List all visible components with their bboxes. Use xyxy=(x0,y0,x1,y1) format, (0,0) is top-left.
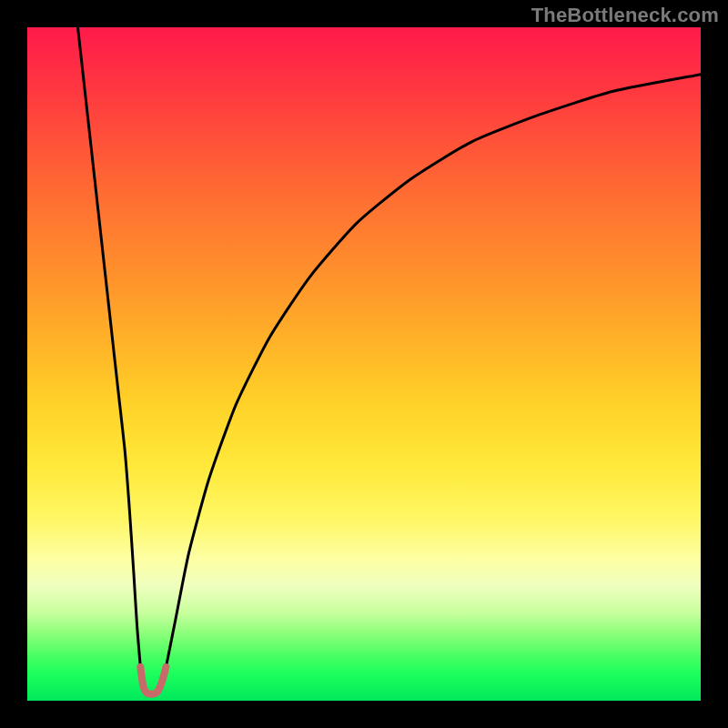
watermark-label: TheBottleneck.com xyxy=(531,4,719,27)
valley-marker xyxy=(140,667,166,694)
plot-area xyxy=(27,27,701,701)
bottleneck-curve xyxy=(78,27,702,694)
chart-frame: TheBottleneck.com xyxy=(0,0,728,728)
curve-layer xyxy=(27,27,701,701)
